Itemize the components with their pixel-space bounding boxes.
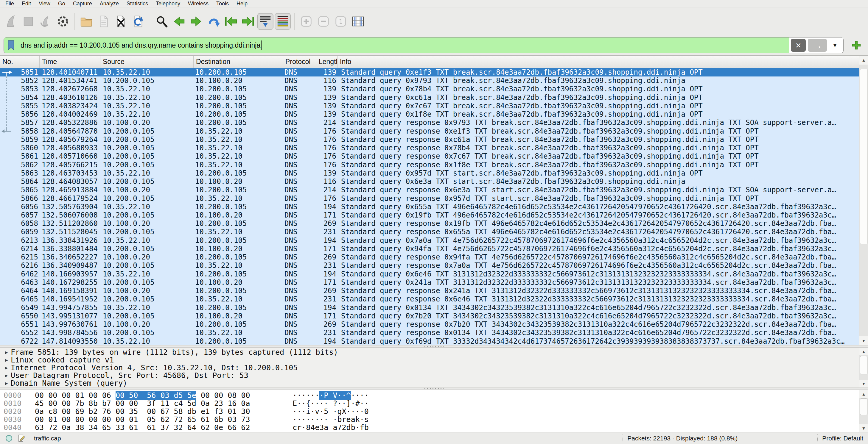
menu-telephony[interactable]: Telephony	[152, 0, 184, 7]
scroll-up-button[interactable]: ▲	[859, 56, 868, 65]
menu-edit[interactable]: Edit	[18, 0, 35, 7]
packet-row[interactable]: 6464140.16915839110.100.0.2010.200.0.105…	[0, 286, 859, 295]
expert-info-button[interactable]	[5, 434, 13, 443]
filter-apply-button[interactable]: →	[808, 39, 827, 52]
hex-row[interactable]: 004063 72 0a 38 34 65 33 61 61 37 32 64 …	[4, 423, 859, 432]
restart-capture-button[interactable]	[37, 13, 54, 30]
detail-line[interactable]: ▶Linux cooked capture v1	[2, 356, 859, 364]
bytes-scrollbar[interactable]: ▲ ▼	[859, 390, 868, 432]
pane-splitter[interactable]	[0, 387, 868, 390]
column-header-dst[interactable]: Destination	[194, 56, 283, 68]
packet-row[interactable]: 5856128.40400246910.35.22.1010.200.0.105…	[0, 110, 859, 118]
expander-arrow-icon[interactable]: ▶	[2, 379, 11, 387]
detail-line[interactable]: ▶User Datagram Protocol, Src Port: 45686…	[2, 372, 859, 379]
details-scrollbar[interactable]: ▲ ▼	[859, 348, 868, 387]
hex-row[interactable]: 001045 00 00 7b 8b b7 00 00 3f 11 c4 5d …	[4, 399, 859, 407]
menu-statistics[interactable]: Statistics	[123, 0, 152, 7]
menu-view[interactable]: View	[35, 0, 54, 7]
menu-wireless[interactable]: Wireless	[184, 0, 212, 7]
menu-analyze[interactable]: Analyze	[96, 0, 123, 7]
stop-capture-button[interactable]	[20, 13, 36, 30]
packet-row[interactable]: 5861128.40571066810.200.0.10510.35.22.10…	[0, 152, 859, 161]
detail-line[interactable]: ▶Frame 5851: 139 bytes on wire (1112 bit…	[2, 348, 859, 356]
packet-row[interactable]: 6056132.50576390410.35.22.1010.200.0.105…	[0, 203, 859, 211]
menu-tools[interactable]: Tools	[212, 0, 232, 7]
auto-scroll-button[interactable]	[257, 13, 274, 30]
column-header-len[interactable]: Length	[316, 56, 338, 68]
packet-row[interactable]: 5855128.40382342410.35.22.1010.200.0.105…	[0, 102, 859, 110]
packet-row[interactable]: 6059132.51152804510.200.0.10510.35.22.10…	[0, 228, 859, 236]
capture-options-button[interactable]	[55, 13, 71, 30]
packet-row[interactable]: 5862128.40576621510.200.0.10510.35.22.10…	[0, 161, 859, 169]
scrollbar-thumb[interactable]	[860, 356, 867, 374]
display-filter-input[interactable]: dns and ip.addr == 10.200.0.105 and dns.…	[18, 37, 789, 53]
packet-row[interactable]: 5864128.46408305710.200.0.10510.100.0.20…	[0, 177, 859, 186]
packet-row[interactable]: 6549143.99475785510.35.22.1010.200.0.105…	[0, 304, 859, 312]
detail-line[interactable]: ▶Internet Protocol Version 4, Src: 10.35…	[2, 364, 859, 372]
scroll-up-button[interactable]: ▲	[859, 348, 868, 355]
scroll-down-button[interactable]: ▼	[859, 336, 868, 345]
packet-row[interactable]: 5865128.46591388410.100.0.2010.200.0.105…	[0, 186, 859, 194]
menu-file[interactable]: File	[1, 0, 18, 7]
packet-list-scrollbar[interactable]: ▲ ▼	[859, 56, 868, 345]
packet-row[interactable]: 6214136.33880148410.200.0.10510.100.0.20…	[0, 245, 859, 253]
scroll-down-button[interactable]: ▼	[859, 380, 868, 387]
go-to-packet-button[interactable]	[206, 13, 222, 30]
packet-row[interactable]: 5863128.46370345310.35.22.1010.200.0.105…	[0, 169, 859, 177]
packet-row[interactable]: 6215136.34065222710.100.0.2010.200.0.105…	[0, 253, 859, 261]
capture-comment-button[interactable]	[17, 434, 26, 443]
scroll-down-button[interactable]: ▼	[859, 424, 868, 432]
column-header-info[interactable]: Info	[338, 56, 859, 68]
start-capture-button[interactable]	[3, 13, 19, 30]
packet-row[interactable]: 5851128.40104071110.35.22.1010.200.0.105…	[0, 68, 859, 76]
colorize-packets-button[interactable]	[275, 13, 291, 30]
scrollbar-thumb[interactable]	[860, 399, 867, 415]
packet-row[interactable]: 6058132.51120286010.100.0.2010.200.0.105…	[0, 219, 859, 228]
filter-bookmark-button[interactable]	[4, 37, 18, 53]
go-last-packet-button[interactable]	[240, 13, 256, 30]
expander-arrow-icon[interactable]: ▶	[2, 348, 11, 356]
open-file-button[interactable]	[78, 13, 94, 30]
column-header-proto[interactable]: Protocol	[283, 56, 316, 68]
packet-row[interactable]: 6550143.99513107710.200.0.10510.100.0.20…	[0, 312, 859, 320]
packet-row[interactable]: 6463140.16729825510.200.0.10510.100.0.20…	[0, 278, 859, 286]
go-first-packet-button[interactable]	[223, 13, 239, 30]
menu-capture[interactable]: Capture	[69, 0, 96, 7]
packet-row[interactable]: 5852128.40153474110.200.0.10510.100.0.20…	[0, 76, 859, 85]
scroll-up-button[interactable]: ▲	[859, 390, 868, 398]
profile-indicator[interactable]: Profile: Default	[822, 435, 863, 442]
packet-row[interactable]: 5857128.40532288610.100.0.2010.200.0.105…	[0, 118, 859, 127]
packet-row[interactable]: 5859128.40567926410.200.0.10510.35.22.10…	[0, 135, 859, 144]
expander-arrow-icon[interactable]: ▶	[2, 356, 11, 364]
hex-row[interactable]: 000000 00 00 01 00 06 00 50 56 03 d5 5e …	[4, 391, 859, 399]
packet-row[interactable]: 5854128.40361012610.35.22.1010.200.0.105…	[0, 94, 859, 102]
zoom-out-button[interactable]	[315, 13, 332, 30]
detail-line[interactable]: ▶Domain Name System (query)	[2, 379, 859, 387]
column-header-time[interactable]: Time	[40, 56, 100, 68]
go-back-button[interactable]	[171, 13, 187, 30]
packet-row[interactable]: 6551143.99763076110.100.0.2010.200.0.105…	[0, 320, 859, 329]
resize-columns-button[interactable]	[350, 13, 366, 30]
menu-help[interactable]: Help	[232, 0, 251, 7]
packet-row[interactable]: 5858128.40564787810.200.0.10510.35.22.10…	[0, 127, 859, 135]
scrollbar-thumb[interactable]	[860, 69, 867, 244]
packet-row[interactable]: 5860128.40568093310.200.0.10510.35.22.10…	[0, 144, 859, 152]
packet-row[interactable]: 6213136.33843192610.35.22.1010.200.0.105…	[0, 236, 859, 245]
packet-row[interactable]: 6462140.16690395710.35.22.1010.200.0.105…	[0, 270, 859, 278]
pane-splitter[interactable]	[0, 345, 868, 348]
packet-row[interactable]: 5853128.40267266810.35.22.1010.200.0.105…	[0, 85, 859, 93]
filter-history-dropdown[interactable]: ▾	[829, 39, 841, 52]
packet-row[interactable]: 6552143.99878455610.200.0.10510.35.22.10…	[0, 329, 859, 337]
packet-row[interactable]: 6722147.81409355010.35.22.1010.200.0.105…	[0, 337, 859, 345]
hex-row[interactable]: 003000 01 00 00 00 00 00 01 05 62 72 65 …	[4, 415, 859, 423]
find-packet-button[interactable]	[154, 13, 170, 30]
filter-add-expression-button[interactable]	[848, 37, 864, 53]
hex-row[interactable]: 00200a c8 00 69 b2 76 00 35 00 67 58 db …	[4, 407, 859, 415]
expander-arrow-icon[interactable]: ▶	[2, 372, 11, 379]
expander-arrow-icon[interactable]: ▶	[2, 364, 11, 372]
menu-go[interactable]: Go	[54, 0, 69, 7]
filter-clear-button[interactable]: ×	[791, 39, 806, 52]
close-file-button[interactable]	[113, 13, 129, 30]
zoom-normal-button[interactable]: 1	[333, 13, 349, 30]
go-forward-button[interactable]	[188, 13, 204, 30]
